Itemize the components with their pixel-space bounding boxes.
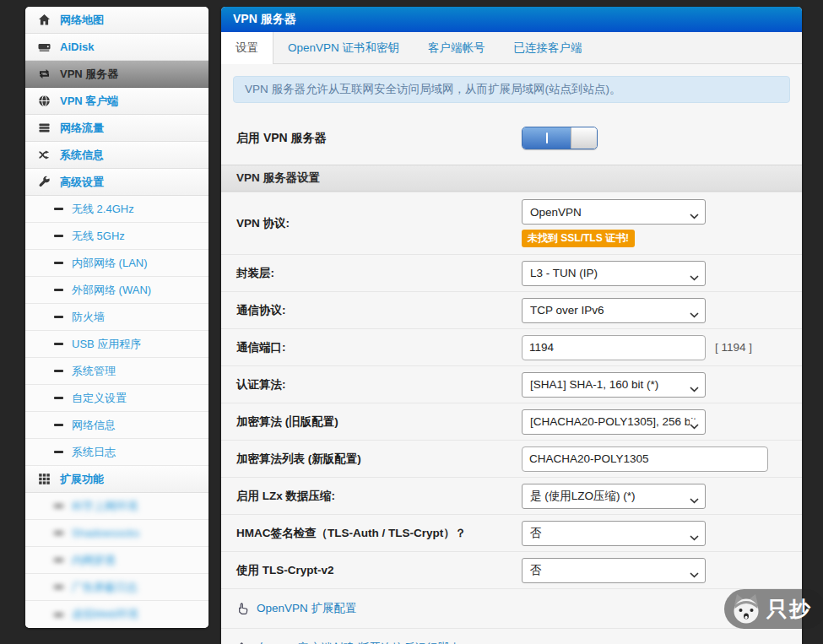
page-header: VPN 服务器: [221, 7, 802, 32]
traffic-bars-icon: [36, 121, 51, 135]
field-label: 认证算法:: [236, 377, 522, 392]
openvpn-advanced-config-link[interactable]: OpenVPN 扩展配置: [257, 601, 357, 616]
form-row-port: 通信端口: [ 1194 ]: [221, 328, 802, 365]
sidebar-item-vpn-server[interactable]: VPN 服务器: [25, 61, 208, 88]
home-icon: [36, 13, 51, 27]
cipher-legacy-select[interactable]: [CHACHA20-POLY1305], 256 bit: [522, 409, 706, 435]
sidebar-subitem-sysadmin[interactable]: 系统管理: [25, 358, 208, 385]
interface-type-select[interactable]: L3 - TUN (IP): [522, 261, 706, 286]
field-label: 封装层:: [236, 266, 522, 281]
sidebar-subitem-custom[interactable]: 自定义设置: [25, 385, 208, 412]
sidebar-subitem-label: 内网穿透: [72, 553, 116, 568]
mascot-icon: [728, 592, 764, 627]
sidebar-subitem-firewall[interactable]: 防火墙: [25, 304, 208, 331]
port-input[interactable]: [522, 335, 706, 360]
dash-bullet-icon: [54, 316, 63, 318]
sidebar-subitem-blurred-1[interactable]: 科学上网环境: [25, 493, 208, 520]
sidebar-item-label: VPN 服务器: [60, 67, 118, 82]
sidebar-subitem-label: 无线 2.4GHz: [72, 202, 134, 217]
tab-label: 客户端帐号: [428, 41, 485, 56]
tab-settings[interactable]: 设置: [221, 32, 273, 63]
chevron-down-icon: [690, 271, 699, 284]
sidebar-subitem-label: 科学上网环境: [72, 499, 138, 514]
tab-connected-clients[interactable]: 已连接客户端: [500, 32, 597, 63]
sidebar-subitem-label: 防火墙: [72, 310, 105, 325]
sidebar-item-label: VPN 客户端: [60, 94, 118, 109]
sidebar-item-vpn-client[interactable]: VPN 客户端: [25, 88, 208, 115]
sidebar-item-label: 网络流量: [60, 121, 104, 136]
enable-vpn-toggle[interactable]: [522, 127, 598, 149]
cert-missing-badge: 未找到 SSL/TLS 证书!: [522, 230, 635, 247]
sidebar-subitem-wan[interactable]: 外部网络 (WAN): [25, 277, 208, 304]
disk-icon: [36, 40, 51, 54]
sidebar-subitem-usb-app[interactable]: USB 应用程序: [25, 331, 208, 358]
chevron-down-icon: [690, 531, 699, 544]
tls-crypt-v2-select[interactable]: 否: [522, 558, 706, 583]
toggle-knob[interactable]: [571, 127, 597, 149]
tab-openvpn-certs[interactable]: OpenVPN 证书和密钥: [273, 32, 414, 63]
select-value: 否: [530, 526, 542, 541]
sidebar-subitem-label: 系统日志: [72, 445, 116, 460]
sidebar-subitem-netinfo[interactable]: 网络信息: [25, 412, 208, 439]
tab-client-accounts[interactable]: 客户端帐号: [414, 32, 500, 63]
sidebar-item-network-map[interactable]: 网络地图: [25, 7, 208, 34]
field-label: 启用 LZx 数据压缩:: [236, 489, 522, 504]
sidebar-subitem-blurred-4[interactable]: 广告屏蔽日志: [25, 574, 208, 601]
chevron-down-icon: [690, 209, 699, 222]
sidebar-item-traffic[interactable]: 网络流量: [25, 115, 208, 142]
sidebar-subitem-wireless-24[interactable]: 无线 2.4GHz: [25, 196, 208, 223]
transport-protocol-select[interactable]: TCP over IPv6: [522, 298, 706, 323]
port-default-hint: [ 1194 ]: [715, 341, 752, 354]
sidebar-subitem-label: Shadowsocks: [72, 527, 139, 539]
compression-select[interactable]: 是 (使用LZO压缩) (*): [522, 484, 706, 509]
sidebar-item-aidisk[interactable]: AiDisk: [25, 34, 208, 61]
sidebar-subitem-label: 内部网络 (LAN): [72, 256, 148, 271]
enable-vpn-label: 启用 VPN 服务器: [236, 131, 522, 146]
chevron-down-icon: [690, 494, 699, 506]
cipher-list-input[interactable]: [522, 446, 768, 472]
pointing-hand-icon: [236, 602, 250, 615]
openvpn-advanced-config-row: OpenVPN 扩展配置: [221, 588, 802, 628]
field-label: 加密算法 (旧版配置): [236, 414, 522, 430]
shuffle-icon: [36, 148, 51, 162]
sidebar-subitem-blurred-5[interactable]: 虚拟Web环境: [25, 601, 208, 628]
form-row-hmac: HMAC签名检查（TLS-Auth / TLS-Crypt）？ 否: [221, 514, 802, 551]
info-banner: VPN 服务器允许从互联网安全访问局域网，从而扩展局域网(站点到站点)。: [233, 76, 790, 103]
sidebar-item-advanced[interactable]: 高级设置: [25, 169, 208, 196]
select-value: L3 - TUN (IP): [530, 267, 598, 279]
form-row-auth-algo: 认证算法: [SHA1] SHA-1, 160 bit (*): [221, 365, 802, 403]
watermark-badge: 只抄: [724, 589, 823, 629]
sidebar-subitem-wireless-5[interactable]: 无线 5GHz: [25, 223, 208, 250]
sidebar-subitem-blurred-3[interactable]: 内网穿透: [25, 547, 208, 574]
dash-bullet-icon: [54, 208, 63, 210]
sidebar-subitem-lan[interactable]: 内部网络 (LAN): [25, 250, 208, 277]
sidebar-subitem-label: 无线 5GHz: [72, 229, 125, 244]
form-row-cipher-legacy: 加密算法 (旧版配置) [CHACHA20-POLY1305], 256 bit: [221, 403, 802, 440]
sidebar-item-label: AiDisk: [60, 41, 94, 53]
sidebar-item-extensions[interactable]: 扩展功能: [25, 466, 208, 493]
dash-bullet-icon: [54, 559, 63, 561]
section-header: VPN 服务器设置: [221, 165, 802, 192]
sidebar-subitem-syslog[interactable]: 系统日志: [25, 439, 208, 466]
sidebar-subitem-blurred-2[interactable]: Shadowsocks: [25, 520, 208, 547]
chevron-down-icon: [690, 419, 699, 432]
tab-label: 已连接客户端: [514, 41, 582, 56]
section-title: VPN 服务器设置: [236, 170, 320, 186]
hmac-select[interactable]: 否: [522, 521, 706, 546]
sidebar-item-sysinfo[interactable]: 系统信息: [25, 142, 208, 169]
toggle-on-glyph: [546, 133, 548, 143]
dash-bullet-icon: [54, 532, 63, 534]
sidebar-item-label: 网络地图: [60, 13, 104, 28]
auth-algo-select[interactable]: [SHA1] SHA-1, 160 bit (*): [522, 372, 706, 398]
field-label: 使用 TLS-Crypt-v2: [236, 563, 522, 578]
dash-bullet-icon: [54, 586, 63, 588]
field-label: 通信协议:: [236, 303, 522, 318]
form-row-compression: 启用 LZx 数据压缩: 是 (使用LZO压缩) (*): [221, 477, 802, 514]
tab-bar: 设置 OpenVPN 证书和密钥 客户端帐号 已连接客户端: [221, 32, 802, 64]
vpn-protocol-select[interactable]: OpenVPN: [522, 199, 706, 225]
select-value: 是 (使用LZO压缩) (*): [530, 489, 636, 504]
form-row-interface-type: 封装层: L3 - TUN (IP): [221, 254, 802, 291]
dash-bullet-icon: [54, 451, 63, 453]
client-script-link[interactable]: 在 VPN 客户端创建/断开连接后运行脚本: [257, 641, 461, 644]
sidebar-subitem-label: USB 应用程序: [72, 337, 141, 352]
